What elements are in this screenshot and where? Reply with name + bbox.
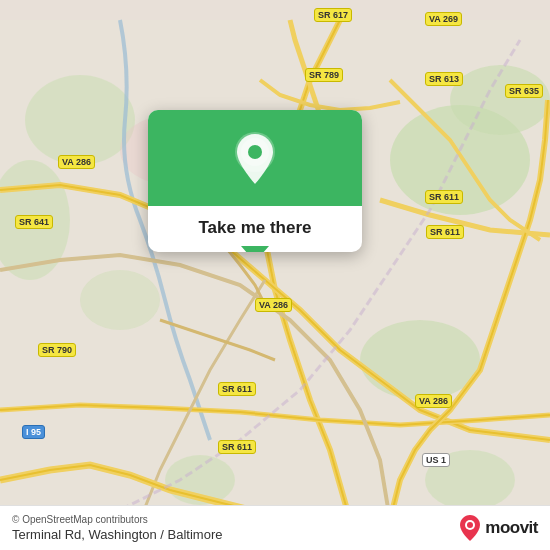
road-badge-sr790: SR 790 bbox=[38, 343, 76, 357]
popup-green-area bbox=[148, 110, 362, 206]
road-badge-sr617: SR 617 bbox=[314, 8, 352, 22]
map-background bbox=[0, 0, 550, 550]
road-badge-va269: VA 269 bbox=[425, 12, 462, 26]
road-badge-sr611-4: SR 611 bbox=[218, 440, 256, 454]
road-badge-sr641: SR 641 bbox=[15, 215, 53, 229]
bottom-bar: © OpenStreetMap contributors Terminal Rd… bbox=[0, 505, 550, 550]
svg-point-5 bbox=[360, 320, 480, 400]
road-badge-sr613: SR 613 bbox=[425, 72, 463, 86]
moovit-logo: moovit bbox=[459, 514, 538, 542]
osm-attribution: © OpenStreetMap contributors bbox=[12, 514, 223, 525]
location-title: Terminal Rd, Washington / Baltimore bbox=[12, 527, 223, 542]
road-badge-sr789: SR 789 bbox=[305, 68, 343, 82]
popup-card[interactable]: Take me there bbox=[148, 110, 362, 252]
road-badge-i95: I 95 bbox=[22, 425, 45, 439]
road-badge-us1: US 1 bbox=[422, 453, 450, 467]
svg-point-14 bbox=[467, 522, 473, 528]
svg-point-12 bbox=[248, 145, 262, 159]
road-badge-va286-1: VA 286 bbox=[58, 155, 95, 169]
road-badge-sr635: SR 635 bbox=[505, 84, 543, 98]
road-badge-sr611-1: SR 611 bbox=[425, 190, 463, 204]
svg-point-3 bbox=[25, 75, 135, 165]
svg-point-6 bbox=[80, 270, 160, 330]
moovit-pin-icon bbox=[459, 514, 481, 542]
map-container: SR 617 VA 269 SR 789 SR 613 SR 635 VA 28… bbox=[0, 0, 550, 550]
popup-pointer bbox=[241, 246, 269, 252]
moovit-text: moovit bbox=[485, 518, 538, 538]
road-badge-va286-2: VA 286 bbox=[255, 298, 292, 312]
road-badge-va286-3: VA 286 bbox=[415, 394, 452, 408]
road-badge-sr611-2: SR 611 bbox=[426, 225, 464, 239]
road-badge-sr611-3: SR 611 bbox=[218, 382, 256, 396]
location-pin-icon bbox=[232, 132, 278, 188]
